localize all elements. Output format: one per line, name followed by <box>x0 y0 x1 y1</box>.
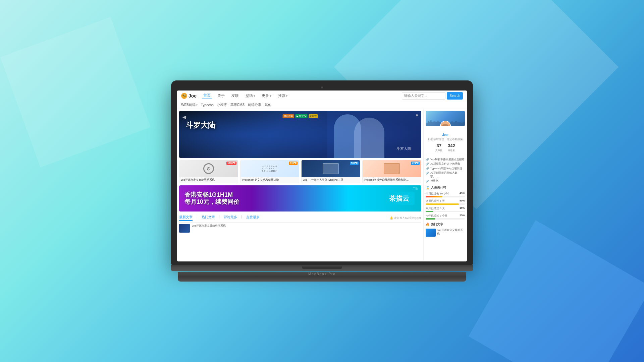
hero-label: 斗罗大陆 <box>396 146 411 151</box>
link-item-5[interactable]: 🔗 模块化 <box>426 179 465 183</box>
link-item-4[interactable]: 🔗 JS正则限制只能输入数字、... <box>426 171 465 178</box>
tab-latest[interactable]: 最新文章 <box>179 215 193 221</box>
article-list-row: Joe开源自定义导航程序系统 <box>179 223 421 233</box>
hot-article-1[interactable]: Joe开源自定义导航系统 <box>426 229 465 237</box>
hot-article-1-thumb <box>426 229 436 237</box>
card-2-title: Typecho自定义义动态精量功能 <box>240 177 299 183</box>
avatar-face <box>441 121 450 126</box>
tab-divider-1: | <box>197 215 198 221</box>
monitor-icon <box>323 163 339 174</box>
link-text-5: 模块化 <box>430 179 438 183</box>
laptop: 🐝 Joe 首页 关于 友联 壁纸 更多 推荐 Search <box>171 80 473 282</box>
laptop-notch <box>302 266 342 269</box>
life-bar-3 <box>426 211 465 212</box>
hourglass-icon: ⌛ <box>426 186 430 189</box>
badge-iqiyi: ▶ 酷光TV <box>296 114 308 118</box>
bottom-tabs: 最新文章 | 热门文章 | 评论最多 | 点赞最多 🔔 欢迎加入Joe官方QQ群 <box>179 214 421 223</box>
site-nav: 首页 关于 友联 壁纸 更多 推荐 <box>202 92 402 99</box>
nav-more[interactable]: 更多 <box>260 93 272 99</box>
article-title-text: Joe开源自定义导航程序系统 <box>192 224 226 233</box>
sub-nav-frontend[interactable]: WEB前端 <box>181 103 198 107</box>
search-input[interactable] <box>402 92 445 100</box>
card-2-badge: 815℃ <box>289 162 298 165</box>
stat-articles: 37 文章数 <box>435 143 442 152</box>
laptop-screen-bezel: 🐝 Joe 首页 关于 友联 壁纸 更多 推荐 Search <box>171 80 473 265</box>
tab-likes[interactable]: 点赞最多 <box>246 215 260 221</box>
life-item-2-value: 85% <box>460 199 465 203</box>
life-item-2: 这周已经过 6 天 85% <box>426 199 465 205</box>
life-countdown-section: ⌛ 人生倒计时 今日已过去 10 小时 43% <box>426 185 465 220</box>
profile-bio: 那女孩对你说：你还不如政策 <box>426 137 465 141</box>
hero-banner: ◀ 腾讯视频 ▶ 酷光TV 爱奇艺 <box>179 111 421 158</box>
bg-shape-3 <box>0 17 151 168</box>
sub-nav-other[interactable]: 其他 <box>265 103 271 107</box>
card-2[interactable]: 一二三四五六日 1234567 891011121314 815℃ Typech… <box>240 160 299 183</box>
nav-about[interactable]: 关于 <box>216 93 226 99</box>
card-4-title: Typecho实现评论显示操作系统和浏... <box>363 177 421 183</box>
link-item-3[interactable]: 🔗 Typecho开启Gzip压缩加速... <box>426 167 465 170</box>
link-text-4: JS正则限制只能输入数字、... <box>430 171 465 178</box>
hot-articles-section: 🔥 热门文章 Joe开源自定义导航系统 <box>426 222 465 237</box>
hero-play-btn[interactable]: ◀ <box>182 114 186 120</box>
hero-figure-2 <box>354 118 384 158</box>
link-text-2: JS对获取文件大小的函数 <box>430 162 460 166</box>
life-item-4-header: 今年已经过 3 个月 25% <box>426 214 465 218</box>
profile-bg <box>426 111 465 126</box>
fire-icon: 🔥 <box>426 223 430 226</box>
nav-recommend[interactable]: 推荐 <box>277 93 289 99</box>
card-4[interactable]: 474℃ Typecho实现评论显示操作系统和浏... <box>362 160 421 183</box>
hot-article-1-title: Joe开源自定义导航系统 <box>437 229 465 237</box>
site-logo: 🐝 Joe <box>181 93 197 99</box>
sub-nav-typecho[interactable]: Typecho <box>201 103 214 107</box>
card-3[interactable]: 505℃ Joe — 一款个人类型Typecho主题 <box>301 160 360 183</box>
website: 🐝 Joe 首页 关于 友联 壁纸 更多 推荐 Search <box>177 90 467 261</box>
link-icon-3: 🔗 <box>426 167 429 170</box>
hot-articles-title: 🔥 热门文章 <box>426 222 465 227</box>
card-3-title: Joe — 一款个人类型Typecho主题 <box>302 177 360 183</box>
sub-nav-share[interactable]: 前端分享 <box>248 103 261 107</box>
tab-divider-2: | <box>219 215 220 221</box>
sub-nav-miniapp[interactable]: 小程序 <box>217 103 227 107</box>
ad-banner[interactable]: 香港安畅1G1H1M 每月10元，续费同价 茶描云 广告 <box>179 185 421 212</box>
sub-nav-applecms[interactable]: 苹果CMS <box>230 103 245 107</box>
right-sidebar: Joe 那女孩对你说：你还不如政策 37 文章数 342 评论量 <box>423 109 467 260</box>
link-item-2[interactable]: 🔗 JS对获取文件大小的函数 <box>426 162 465 166</box>
card-3-badge: 505℃ <box>350 162 359 165</box>
article-thumb <box>179 224 190 233</box>
search-area: Search <box>402 92 463 100</box>
life-item-2-label: 这周已经过 6 天 <box>426 199 445 203</box>
life-bar-2 <box>426 203 465 205</box>
life-bar-4-fill <box>426 218 435 220</box>
card-4-badge: 474℃ <box>411 162 420 165</box>
life-item-3: 本月已经过 6 天 19% <box>426 206 465 212</box>
life-bar-3-fill <box>426 211 433 212</box>
search-button[interactable]: Search <box>447 92 463 100</box>
card-1-title: Joe开源自定义智能导航系统 <box>179 177 238 183</box>
tab-comments[interactable]: 评论最多 <box>224 215 237 221</box>
tab-hot[interactable]: 热门文章 <box>202 215 215 221</box>
stat-articles-label: 文章数 <box>435 149 442 152</box>
sub-nav: WEB前端 Typecho 小程序 苹果CMS 前端分享 其他 <box>177 101 467 109</box>
badge-tencent: 腾讯视频 <box>283 114 294 118</box>
main-content: ◀ 腾讯视频 ▶ 酷光TV 爱奇艺 <box>177 109 467 260</box>
desk-icon <box>384 163 400 174</box>
badge-youku: 爱奇艺 <box>309 114 318 118</box>
card-1[interactable]: ⊙ 1200℃ Joe开源自定义智能导航系统 <box>179 160 238 183</box>
laptop-screen: 🐝 Joe 首页 关于 友联 壁纸 更多 推荐 Search <box>177 90 467 261</box>
mini-calendar: 一二三四五六日 1234567 891011121314 <box>262 165 277 172</box>
life-item-4-label: 今年已经过 3 个月 <box>426 214 447 218</box>
link-item-1[interactable]: 🔗 Vue解析本路由里面点击报错 <box>426 158 465 161</box>
link-text-1: Vue解析本路由里面点击报错 <box>430 158 465 161</box>
ad-main-text: 香港安畅1G1H1M 每月10元，续费同价 <box>184 191 239 206</box>
camera-dot <box>321 86 323 88</box>
profile-name: Joe <box>426 133 465 137</box>
tab-divider-3: | <box>241 215 242 221</box>
laptop-base: MacBook Pro <box>178 272 466 282</box>
nav-links[interactable]: 友联 <box>230 93 240 99</box>
nav-wallpaper[interactable]: 壁纸 <box>244 93 256 99</box>
link-icon-4: 🔗 <box>426 172 429 175</box>
profile-stats: 37 文章数 342 评论量 <box>426 143 465 152</box>
life-bar-2-fill <box>426 203 459 205</box>
card-grid: ⊙ 1200℃ Joe开源自定义智能导航系统 一二三四五六日 <box>179 160 421 183</box>
nav-home[interactable]: 首页 <box>202 92 212 99</box>
